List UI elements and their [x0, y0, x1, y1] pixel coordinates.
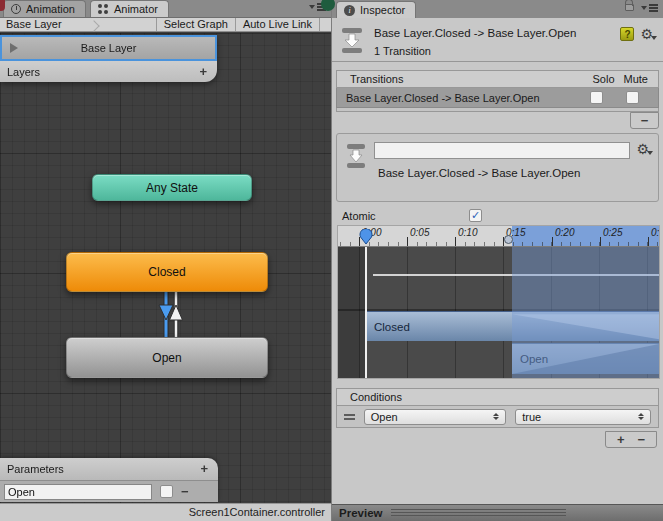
mute-checkbox[interactable]: [626, 91, 639, 104]
preview-label: Preview: [339, 507, 382, 519]
transitions-footer: [336, 108, 659, 112]
inspector-title: Base Layer.Closed -> Base Layer.Open: [374, 27, 576, 39]
conditions-header: Conditions: [336, 388, 659, 406]
node-closed[interactable]: Closed: [66, 252, 268, 292]
timeline-content[interactable]: Closed Open: [338, 247, 659, 378]
add-layer-button[interactable]: +: [199, 67, 207, 77]
minor-ticks: [340, 242, 659, 246]
transitions-section: Transitions Solo Mute Base Layer.Closed …: [336, 70, 659, 112]
condition-row: Open true: [336, 406, 659, 428]
tick-label: 0:30: [651, 227, 659, 238]
inspector-menu-icon[interactable]: [641, 6, 658, 10]
preview-bar[interactable]: Preview: [332, 504, 663, 521]
node-any-state[interactable]: Any State: [92, 174, 252, 201]
remove-condition-button[interactable]: −: [638, 435, 646, 445]
animator-tabbar: Animation Animator: [0, 0, 331, 18]
parameter-value-checkbox[interactable]: [160, 485, 173, 498]
transition-timeline[interactable]: 0:00 0:05 0:10 0:15 0:20 0:25 0:30 Close…: [337, 225, 660, 379]
solo-checkbox[interactable]: [590, 91, 603, 104]
layer-row-base-layer[interactable]: Base Layer: [0, 35, 217, 61]
parameters-panel: Parameters + −: [0, 458, 218, 502]
preview-drag-handle[interactable]: [391, 509, 566, 517]
tab-inspector[interactable]: i Inspector: [336, 1, 416, 18]
clock-icon: [11, 4, 21, 14]
transition-row-label: Base Layer.Closed -> Base Layer.Open: [346, 92, 590, 104]
condition-parameter-dropdown[interactable]: Open: [364, 409, 507, 425]
inspector-header: Base Layer.Closed -> Base Layer.Open 1 T…: [332, 18, 663, 62]
mute-label: Mute: [624, 73, 648, 85]
remove-parameter-button[interactable]: −: [181, 487, 189, 497]
inspector-panel: i Inspector Base Layer.Closed -> Base La…: [331, 0, 663, 521]
info-icon: i: [344, 5, 355, 16]
closed-bar-label: Closed: [374, 321, 410, 333]
atomic-checkbox[interactable]: [469, 209, 482, 222]
dropdown-arrows-icon: [493, 413, 499, 420]
tick-label: 0:10: [458, 227, 477, 238]
animator-toolbar: Base Layer Select Graph Auto Live Link: [0, 18, 331, 32]
layer-row-label: Base Layer: [81, 42, 137, 54]
detail-gear-caret-icon: [647, 151, 653, 155]
parameter-row: −: [0, 480, 218, 502]
condition-list-buttons: + −: [605, 431, 657, 448]
tick-label: 0:20: [555, 227, 574, 238]
select-graph-button[interactable]: Select Graph: [156, 18, 235, 31]
timeline-selection-overlay: [512, 247, 659, 378]
breadcrumb[interactable]: Base Layer: [0, 18, 62, 31]
parameter-name-input[interactable]: [4, 484, 152, 500]
parameters-header-label: Parameters: [7, 463, 64, 475]
transition-start-marker[interactable]: [504, 235, 513, 244]
timeline-ruler[interactable]: 0:00 0:05 0:10 0:15 0:20 0:25 0:30: [338, 226, 659, 247]
layers-panel: Base Layer Layers +: [0, 35, 217, 82]
transitions-header-label: Transitions: [350, 73, 403, 85]
help-icon[interactable]: ?: [620, 27, 634, 41]
dropdown-arrows-icon: [638, 413, 644, 420]
inspector-subtitle: 1 Transition: [374, 45, 576, 57]
animator-panel: Animation Animator Base Layer Select Gra…: [0, 0, 331, 521]
transition-name-input[interactable]: [374, 142, 630, 159]
controller-name: Screen1Container.controller: [189, 506, 325, 518]
conditions-section: Conditions Open true + −: [336, 388, 659, 428]
auto-live-link-button[interactable]: Auto Live Link: [235, 18, 320, 31]
gear-caret-icon: [651, 36, 657, 40]
animator-icon: [98, 4, 109, 14]
layers-header-label: Layers: [7, 66, 40, 78]
parameters-header: Parameters +: [0, 458, 218, 480]
conditions-header-label: Conditions: [350, 391, 402, 403]
solo-label: Solo: [593, 73, 615, 85]
playhead-pin[interactable]: [359, 229, 373, 245]
node-open[interactable]: Open: [66, 337, 268, 378]
tab-inspector-label: Inspector: [360, 4, 405, 16]
tab-animation[interactable]: Animation: [3, 0, 86, 17]
atomic-row: Atomic: [342, 209, 482, 222]
node-open-label: Open: [152, 351, 181, 365]
lock-icon[interactable]: [625, 4, 634, 11]
remove-transition-button[interactable]: −: [630, 112, 659, 129]
transitions-header: Transitions Solo Mute: [336, 70, 659, 88]
tab-animator[interactable]: Animator: [90, 0, 169, 17]
status-bar: Screen1Container.controller: [0, 503, 331, 521]
transition-icon: [341, 25, 363, 55]
condition-parameter-value: Open: [371, 411, 398, 423]
transition-row[interactable]: Base Layer.Closed -> Base Layer.Open: [336, 88, 659, 108]
transition-detail-label: Base Layer.Closed -> Base Layer.Open: [378, 167, 580, 179]
add-parameter-button[interactable]: +: [200, 464, 208, 474]
tick-label: 0:25: [603, 227, 622, 238]
tick-label: 0:05: [410, 227, 429, 238]
node-closed-label: Closed: [148, 265, 185, 279]
atomic-label: Atomic: [342, 210, 469, 222]
playhead-line[interactable]: [365, 247, 367, 378]
breadcrumb-chevron-icon: [88, 20, 99, 31]
timeline-left-margin: [338, 247, 366, 378]
transition-detail-icon: [346, 142, 366, 170]
graph-canvas[interactable]: Base Layer Layers + Any State Closed: [0, 33, 331, 503]
tab-animation-label: Animation: [26, 3, 75, 15]
node-any-state-label: Any State: [146, 181, 198, 195]
condition-drag-handle[interactable]: [344, 414, 355, 416]
layer-foldout-icon[interactable]: [10, 43, 18, 53]
inspector-tabbar: i Inspector: [332, 0, 663, 18]
condition-value: true: [522, 411, 541, 423]
transition-detail: ⚙ Base Layer.Closed -> Base Layer.Open: [336, 133, 659, 202]
add-condition-button[interactable]: +: [617, 435, 625, 445]
condition-value-dropdown[interactable]: true: [515, 409, 651, 425]
tab-animator-label: Animator: [114, 3, 158, 15]
